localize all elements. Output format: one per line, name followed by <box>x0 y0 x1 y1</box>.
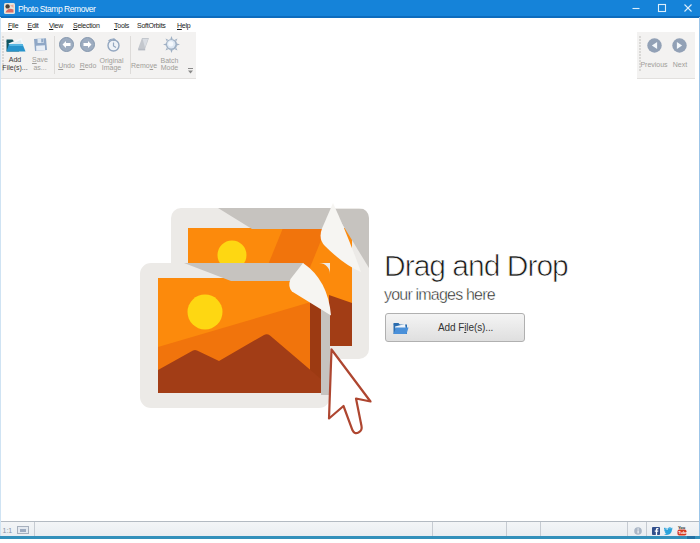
svg-text:Tube: Tube <box>678 530 687 535</box>
